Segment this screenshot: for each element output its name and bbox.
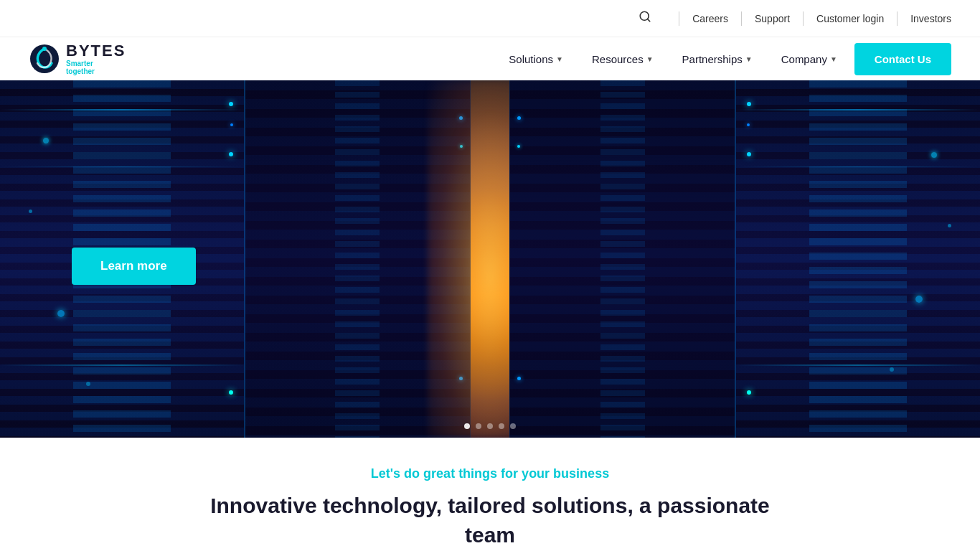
nav-company[interactable]: Company ▼	[770, 47, 849, 71]
customer-login-link[interactable]: Customer login	[816, 13, 884, 24]
top-bar: Careers Support Customer login Investors	[0, 0, 980, 37]
logo[interactable]: BYTES Smarter together	[29, 42, 126, 75]
carousel-dot-2[interactable]	[476, 423, 481, 429]
nav-solutions[interactable]: Solutions ▼	[497, 47, 575, 71]
carousel-dot-4[interactable]	[499, 423, 504, 429]
contact-us-button[interactable]: Contact Us	[854, 43, 951, 75]
carousel-dot-5[interactable]	[510, 423, 516, 429]
partnerships-chevron: ▼	[745, 55, 753, 63]
lower-section: Let's do great things for your business …	[0, 438, 980, 551]
divider-4	[897, 11, 897, 26]
divider-3	[803, 11, 804, 26]
brand-tagline-1: Smarter	[66, 60, 126, 67]
support-link[interactable]: Support	[755, 13, 790, 24]
svg-line-1	[648, 19, 650, 21]
svg-point-3	[42, 47, 47, 51]
tagline-text: Let's do great things for your business	[29, 466, 951, 481]
brand-tagline-2: together	[66, 67, 126, 75]
investors-link[interactable]: Investors	[910, 13, 951, 24]
nav-partnerships[interactable]: Partnerships ▼	[671, 47, 764, 71]
carousel-dots	[464, 423, 516, 429]
nav-resources[interactable]: Resources ▼	[580, 47, 665, 71]
carousel-dot-1[interactable]	[464, 423, 470, 429]
divider-1	[679, 11, 679, 26]
main-nav: BYTES Smarter together Solutions ▼ Resou…	[0, 37, 980, 80]
company-chevron: ▼	[830, 55, 837, 63]
hero-content: Learn more	[0, 233, 196, 285]
careers-link[interactable]: Careers	[692, 13, 728, 24]
carousel-dot-3[interactable]	[487, 423, 493, 429]
brand-name: BYTES	[66, 42, 126, 60]
search-icon[interactable]	[639, 10, 651, 27]
main-heading: Innovative technology, tailored solution…	[196, 491, 784, 551]
solutions-chevron: ▼	[556, 55, 563, 63]
resources-chevron: ▼	[646, 55, 654, 63]
hero-section: Learn more	[0, 80, 980, 438]
nav-links: Solutions ▼ Resources ▼ Partnerships ▼ C…	[497, 43, 951, 75]
learn-more-button[interactable]: Learn more	[72, 248, 196, 285]
divider-2	[741, 11, 742, 26]
